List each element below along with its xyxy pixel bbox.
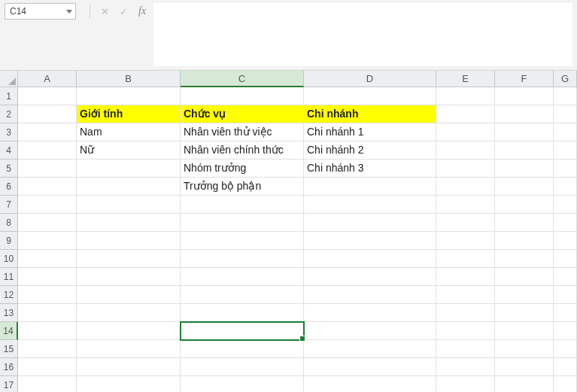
cell-B2[interactable]: Giới tính <box>77 105 181 123</box>
cell-C14[interactable] <box>181 322 304 340</box>
cell-F6[interactable] <box>495 178 554 196</box>
cell-E10[interactable] <box>436 250 495 268</box>
cell-C13[interactable] <box>181 304 304 322</box>
cell-D10[interactable] <box>304 250 436 268</box>
cell-D2[interactable]: Chi nhánh <box>304 105 436 123</box>
cell-G13[interactable] <box>554 304 577 322</box>
cell-B3[interactable]: Nam <box>77 123 181 141</box>
cell-F12[interactable] <box>495 286 554 304</box>
row-header-11[interactable]: 11 <box>0 268 18 286</box>
cell-C2[interactable]: Chức vụ <box>181 105 304 123</box>
cell-A7[interactable] <box>18 196 77 214</box>
column-header-C[interactable]: C <box>181 71 304 87</box>
cell-C12[interactable] <box>181 286 304 304</box>
row-header-1[interactable]: 1 <box>0 87 18 105</box>
cell-F3[interactable] <box>495 123 554 141</box>
cell-E13[interactable] <box>436 304 495 322</box>
cell-G10[interactable] <box>554 250 577 268</box>
cell-A15[interactable] <box>18 340 77 358</box>
cell-C17[interactable] <box>181 376 304 392</box>
row-header-6[interactable]: 6 <box>0 178 18 196</box>
cell-E1[interactable] <box>436 87 495 105</box>
cell-B8[interactable] <box>77 214 181 232</box>
cell-B10[interactable] <box>77 250 181 268</box>
cell-G1[interactable] <box>554 87 577 105</box>
dropdown-icon[interactable] <box>66 10 72 14</box>
column-header-D[interactable]: D <box>304 71 436 87</box>
cell-F15[interactable] <box>495 340 554 358</box>
cell-B15[interactable] <box>77 340 181 358</box>
select-all-corner[interactable] <box>0 71 18 87</box>
cell-A11[interactable] <box>18 268 77 286</box>
cell-F8[interactable] <box>495 214 554 232</box>
cell-F11[interactable] <box>495 268 554 286</box>
cell-F14[interactable] <box>495 322 554 340</box>
cell-E8[interactable] <box>436 214 495 232</box>
cell-F5[interactable] <box>495 160 554 178</box>
cell-D3[interactable]: Chi nhánh 1 <box>304 123 436 141</box>
cell-A8[interactable] <box>18 214 77 232</box>
cell-E14[interactable] <box>436 322 495 340</box>
column-header-A[interactable]: A <box>18 71 77 87</box>
cell-F7[interactable] <box>495 196 554 214</box>
name-box[interactable]: C14 <box>5 3 76 20</box>
cell-D12[interactable] <box>304 286 436 304</box>
cell-G2[interactable] <box>554 105 577 123</box>
cell-A12[interactable] <box>18 286 77 304</box>
cell-D15[interactable] <box>304 340 436 358</box>
cell-A13[interactable] <box>18 304 77 322</box>
cell-E9[interactable] <box>436 232 495 250</box>
cell-C15[interactable] <box>181 340 304 358</box>
cell-C6[interactable]: Trưởng bộ phận <box>181 178 304 196</box>
cell-G17[interactable] <box>554 376 577 392</box>
row-header-14[interactable]: 14 <box>0 322 18 340</box>
cell-E3[interactable] <box>436 123 495 141</box>
column-header-G[interactable]: G <box>554 71 577 87</box>
row-header-17[interactable]: 17 <box>0 376 18 392</box>
row-header-5[interactable]: 5 <box>0 160 18 178</box>
cell-F10[interactable] <box>495 250 554 268</box>
row-header-8[interactable]: 8 <box>0 214 18 232</box>
cell-D7[interactable] <box>304 196 436 214</box>
cell-G12[interactable] <box>554 286 577 304</box>
row-header-9[interactable]: 9 <box>0 232 18 250</box>
cell-D8[interactable] <box>304 214 436 232</box>
cells-region[interactable]: Giới tínhChức vụChi nhánhNamNhân viên th… <box>18 87 577 392</box>
row-header-10[interactable]: 10 <box>0 250 18 268</box>
cell-A17[interactable] <box>18 376 77 392</box>
cell-E4[interactable] <box>436 141 495 160</box>
row-header-16[interactable]: 16 <box>0 358 18 376</box>
cell-E17[interactable] <box>436 376 495 392</box>
cell-G14[interactable] <box>554 322 577 340</box>
cell-A3[interactable] <box>18 123 77 141</box>
cell-C5[interactable]: Nhóm trưởng <box>181 160 304 178</box>
cell-G8[interactable] <box>554 214 577 232</box>
cell-D17[interactable] <box>304 376 436 392</box>
row-header-3[interactable]: 3 <box>0 123 18 141</box>
cell-F2[interactable] <box>495 105 554 123</box>
column-header-F[interactable]: F <box>495 71 554 87</box>
cell-C7[interactable] <box>181 196 304 214</box>
cell-F13[interactable] <box>495 304 554 322</box>
cell-B1[interactable] <box>77 87 181 105</box>
cell-B7[interactable] <box>77 196 181 214</box>
cell-D11[interactable] <box>304 268 436 286</box>
cell-B6[interactable] <box>77 178 181 196</box>
cell-A9[interactable] <box>18 232 77 250</box>
cell-D13[interactable] <box>304 304 436 322</box>
cell-B17[interactable] <box>77 376 181 392</box>
cell-C16[interactable] <box>181 358 304 376</box>
cell-G3[interactable] <box>554 123 577 141</box>
cell-B5[interactable] <box>77 160 181 178</box>
cell-D4[interactable]: Chi nhánh 2 <box>304 141 436 160</box>
cell-C8[interactable] <box>181 214 304 232</box>
cell-B9[interactable] <box>77 232 181 250</box>
cell-G7[interactable] <box>554 196 577 214</box>
cell-F17[interactable] <box>495 376 554 392</box>
row-header-15[interactable]: 15 <box>0 340 18 358</box>
cancel-icon[interactable]: ✕ <box>101 7 109 17</box>
cell-C11[interactable] <box>181 268 304 286</box>
cell-E5[interactable] <box>436 160 495 178</box>
cell-F16[interactable] <box>495 358 554 376</box>
cell-E7[interactable] <box>436 196 495 214</box>
